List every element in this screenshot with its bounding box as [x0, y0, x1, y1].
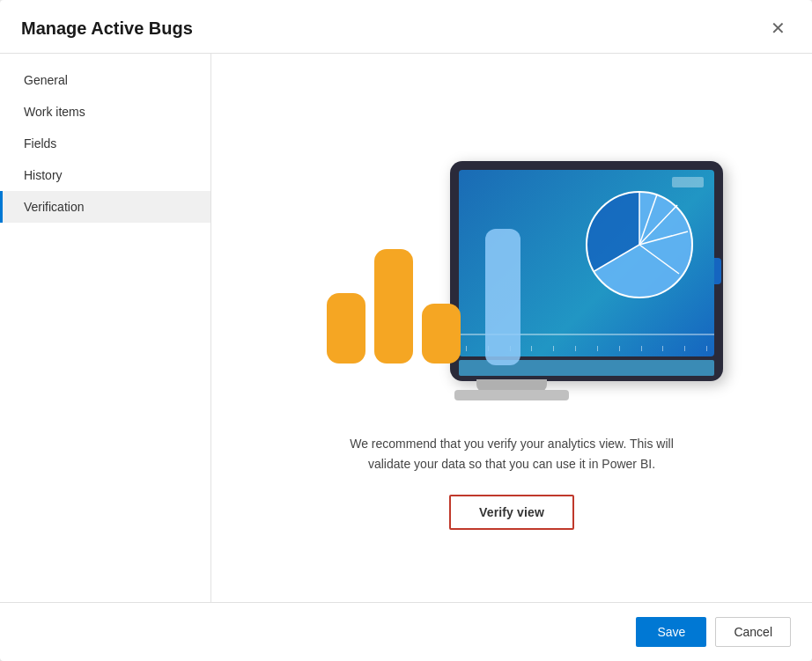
description-text: We recommend that you verify your analyt… — [336, 434, 688, 474]
verify-view-button[interactable]: Verify view — [449, 495, 574, 530]
tall-blue-bar — [485, 229, 520, 365]
sidebar-item-history[interactable]: History — [0, 159, 210, 191]
dialog-header: Manage Active Bugs ✕ — [0, 0, 812, 54]
bars-container — [327, 249, 461, 364]
cancel-button[interactable]: Cancel — [715, 617, 791, 647]
dialog: Manage Active Bugs ✕ General Work items … — [0, 0, 812, 661]
bar-3 — [422, 304, 461, 364]
pie-chart — [573, 179, 705, 311]
sidebar-item-verification[interactable]: Verification — [0, 191, 210, 223]
illustration — [300, 126, 723, 408]
tablet-foot — [454, 390, 569, 400]
tablet-side-button — [714, 258, 721, 284]
dialog-title: Manage Active Bugs — [21, 18, 193, 39]
dialog-footer: Save Cancel — [0, 602, 812, 661]
sidebar-item-work-items[interactable]: Work items — [0, 96, 210, 128]
main-content: We recommend that you verify your analyt… — [211, 54, 812, 602]
bar-2 — [374, 249, 413, 364]
save-button[interactable]: Save — [636, 617, 706, 647]
sidebar-item-general[interactable]: General — [0, 64, 210, 96]
sidebar-item-fields[interactable]: Fields — [0, 128, 210, 159]
sidebar: General Work items Fields History Verifi… — [0, 54, 211, 602]
dialog-body: General Work items Fields History Verifi… — [0, 54, 812, 602]
close-button[interactable]: ✕ — [765, 16, 791, 40]
bar-1 — [327, 293, 365, 364]
